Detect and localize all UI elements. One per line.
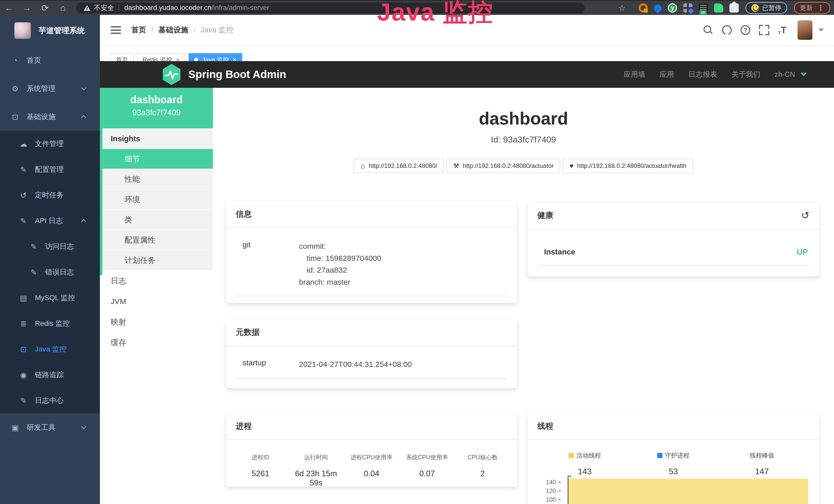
chevron-up-icon xyxy=(81,115,86,120)
chevron-down-icon xyxy=(81,424,86,429)
history-icon[interactable] xyxy=(801,210,809,221)
sba-locale-select[interactable]: zh-CN xyxy=(775,70,806,78)
info-card-title: 信息 xyxy=(226,201,517,228)
breadcrumb-infrastructure[interactable]: 基础设施 xyxy=(158,25,188,35)
sba-sidebar-item-metrics[interactable]: 性能 xyxy=(100,169,213,189)
sba-nav-wallboard[interactable]: 应用墙 xyxy=(623,70,645,79)
sba-sidebar-item-classes[interactable]: 类 xyxy=(100,210,213,230)
heartbeat-icon xyxy=(569,162,573,170)
git-time-line: time: 1596289704000 xyxy=(299,252,381,265)
sba-sidebar-item-config-props[interactable]: 配置属性 xyxy=(100,230,213,250)
sidebar-item-infrastructure[interactable]: 基础设施 xyxy=(0,103,100,131)
sba-nav-journal[interactable]: 日志报表 xyxy=(688,70,717,79)
fullscreen-icon[interactable] xyxy=(759,25,769,35)
sidebar-item-tracing[interactable]: 链路追踪 xyxy=(0,362,100,388)
instance-subtitle: Id: 93a3fc7f7409 xyxy=(213,135,834,144)
paused-label: 已暂停 xyxy=(762,4,781,12)
extension-icon-leaf[interactable] xyxy=(714,3,723,13)
app-logo-row[interactable]: 芋道管理系统 xyxy=(0,15,100,46)
breadcrumb-home[interactable]: 首页 xyxy=(131,25,146,35)
log-center-icon xyxy=(19,396,28,405)
profile-paused-pill[interactable]: 已暂停 xyxy=(745,2,787,14)
sidebar-item-label: 首页 xyxy=(27,55,41,65)
sidebar-item-mysql-monitor[interactable]: MySQL 监控 xyxy=(0,285,100,311)
breadcrumb-separator: / xyxy=(193,26,195,35)
sba-brand-title[interactable]: Spring Boot Admin xyxy=(188,68,286,81)
extension-icon-letter[interactable]: y xyxy=(668,3,677,13)
sba-nav-about[interactable]: 关于我们 xyxy=(731,70,760,79)
cloud-upload-icon xyxy=(19,139,28,148)
sidebar-item-label: 系统管理 xyxy=(27,84,56,93)
sba-sidebar-item-logs[interactable]: 日志 xyxy=(100,271,213,291)
address-bar[interactable]: 不安全 dashboard.yudao.iocoder.cn/infra/adm… xyxy=(76,3,585,13)
sidebar-item-dev-tools[interactable]: 研发工具 xyxy=(0,413,100,442)
history-icon xyxy=(19,191,28,200)
sidebar-item-log-center[interactable]: 日志中心 xyxy=(0,388,100,413)
sidebar-item-access-logs[interactable]: 访问日志 xyxy=(0,234,100,259)
sidebar-item-redis-monitor[interactable]: Redis 监控 xyxy=(0,311,100,336)
sba-nav-applications[interactable]: 应用 xyxy=(660,70,674,79)
browser-forward-icon[interactable] xyxy=(18,3,36,13)
user-avatar[interactable] xyxy=(797,20,812,40)
sidebar-item-label: 配置管理 xyxy=(35,165,64,174)
sba-sidebar-item-caches[interactable]: 缓存 xyxy=(100,332,213,353)
sidebar-item-system-mgmt[interactable]: 系统管理 xyxy=(0,74,100,103)
col-value: 0.07 xyxy=(399,469,455,478)
access-log-icon xyxy=(29,242,39,251)
actuator-url-label: http://192.168.0.2:48080/actuator xyxy=(463,162,554,169)
sidebar-item-java-monitor[interactable]: Java 监控 xyxy=(0,336,100,362)
col-value: 6d 23h 15m 59s xyxy=(288,469,344,487)
sidebar-item-config-mgmt[interactable]: 配置管理 xyxy=(0,157,100,182)
extension-icon-switch[interactable]: on xyxy=(699,3,708,13)
browser-menu-icon[interactable] xyxy=(817,3,825,12)
sidebar-item-scheduled-jobs[interactable]: 定时任务 xyxy=(0,182,100,208)
url-host[interactable]: dashboard.yudao.iocoder.cn xyxy=(124,4,212,12)
sidebar-item-label: Java 监控 xyxy=(35,344,67,354)
browser-back-icon[interactable] xyxy=(0,3,18,13)
extension-icon-orange[interactable] xyxy=(639,3,648,13)
sidebar-item-label: 链路追踪 xyxy=(35,370,64,380)
sidebar-collapse-icon[interactable] xyxy=(111,26,121,34)
not-secure-label[interactable]: 不安全 xyxy=(94,3,114,12)
sba-sidebar-item-details[interactable]: 细节 xyxy=(100,149,213,169)
health-row-label: Instance xyxy=(544,248,575,257)
service-url-button[interactable]: http://192.168.0.2:48080/ xyxy=(354,159,444,173)
search-icon[interactable] xyxy=(703,25,713,35)
process-col-uptime: 运行时间 6d 23h 15m 59s xyxy=(288,453,344,487)
sidebar-item-home[interactable]: 首页 xyxy=(0,46,100,74)
github-icon[interactable] xyxy=(722,25,732,35)
browser-reload-icon[interactable] xyxy=(36,3,54,13)
legend-peak-threads: 线程峰值 xyxy=(718,451,806,460)
sidebar-item-file-mgmt[interactable]: 文件管理 xyxy=(0,131,100,157)
profile-emoji-avatar xyxy=(751,4,759,12)
legend-live-threads: 活动线程 xyxy=(541,451,629,460)
health-url-label: http://192.168.0.2:48080/actuator/health xyxy=(577,162,686,169)
browser-update-button[interactable]: 更新 xyxy=(794,2,830,14)
metadata-row-label: startup xyxy=(242,359,299,370)
home-icon xyxy=(360,161,365,170)
url-path[interactable]: /infra/admin-server xyxy=(212,4,269,12)
health-url-button[interactable]: http://192.168.0.2:48080/actuator/health xyxy=(563,159,693,173)
sba-sidebar-item-mappings[interactable]: 映射 xyxy=(100,312,213,332)
info-row-label: git xyxy=(242,240,299,288)
instance-name: dashboard xyxy=(100,94,213,106)
font-size-icon[interactable] xyxy=(778,25,788,35)
help-icon[interactable] xyxy=(741,25,750,35)
extensions-puzzle-icon[interactable] xyxy=(729,3,739,13)
extension-icon-grid[interactable] xyxy=(683,3,693,13)
instance-header[interactable]: dashboard 93a3fc7f7409 xyxy=(100,88,213,129)
browser-home-icon[interactable] xyxy=(54,3,72,13)
sidebar-item-error-logs[interactable]: 错误日志 xyxy=(0,259,100,285)
actuator-url-button[interactable]: http://192.168.0.2:48080/actuator xyxy=(446,159,560,173)
sba-sidebar-item-jvm[interactable]: JVM xyxy=(100,291,213,312)
sba-nav: 应用墙 应用 日志报表 关于我们 zh-CN xyxy=(609,70,806,79)
sidebar-item-api-logs[interactable]: API 日志 xyxy=(0,208,100,234)
sba-sidebar-item-scheduled-tasks[interactable]: 计划任务 xyxy=(100,250,213,271)
infrastructure-icon xyxy=(10,112,20,121)
error-log-icon xyxy=(29,268,39,277)
y-axis-tick: 120 xyxy=(537,487,561,495)
extension-icon-pin[interactable] xyxy=(652,3,663,14)
sba-sidebar-item-environment[interactable]: 环境 xyxy=(100,189,213,210)
caret-down-icon[interactable] xyxy=(818,28,824,31)
bookmark-star-icon[interactable] xyxy=(618,3,626,13)
